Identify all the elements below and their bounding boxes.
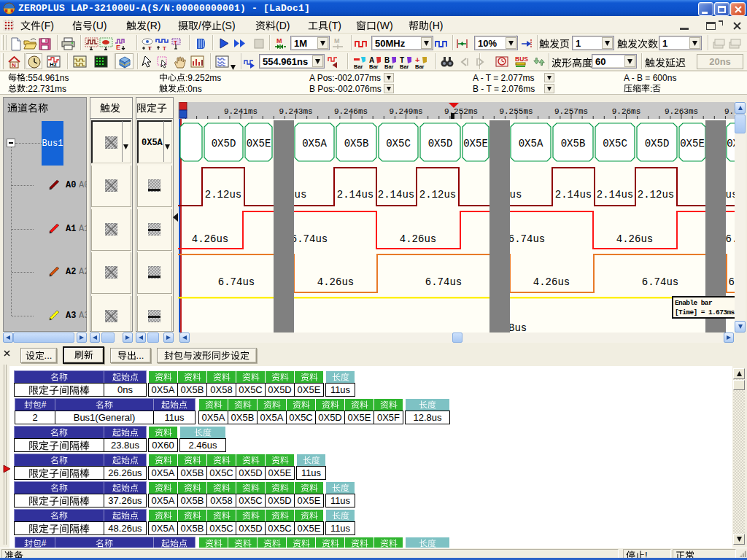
svg-text:BUS: BUS [515,55,528,63]
svg-text:us: us [295,189,307,201]
svg-text:0X5A: 0X5A [519,138,543,149]
svg-text:2.14us: 2.14us [337,189,374,201]
svg-text:9.243ms: 9.243ms [279,107,312,116]
svg-text:us: us [510,189,522,201]
svg-text:9.255ms: 9.255ms [499,107,533,116]
svg-text:2.14us: 2.14us [378,189,414,201]
svg-text:9.257ms: 9.257ms [554,107,588,116]
svg-text:M: M [334,37,340,44]
svg-text:Bar: Bar [354,63,363,69]
svg-text:0X5B: 0X5B [344,138,369,149]
svg-text:0X5E: 0X5E [680,138,705,149]
svg-text:9.241ms: 9.241ms [224,107,258,116]
svg-text:Bar: Bar [369,63,379,69]
svg-text:Bar: Bar [384,63,394,69]
svg-text:2.14us: 2.14us [597,189,633,201]
svg-text:0X5E: 0X5E [463,138,488,149]
svg-text:4.26us: 4.26us [400,233,436,245]
svg-text:6.74us: 6.74us [218,276,255,288]
svg-text:M: M [276,37,282,44]
svg-text:Bar: Bar [415,63,425,69]
svg-text:6.74us: 6.74us [508,233,545,245]
svg-text:4.26us: 4.26us [533,276,570,288]
svg-text:2.12us: 2.12us [419,189,456,201]
svg-text:6.74us: 6.74us [642,276,678,288]
svg-text:us: us [726,189,735,201]
svg-text:2.14us: 2.14us [555,189,592,201]
svg-text:0X5D: 0X5D [212,138,236,149]
svg-text:6.74us: 6.74us [291,233,328,245]
svg-text:9.26ms: 9.26ms [612,107,641,116]
svg-text:Bar: Bar [400,63,409,69]
svg-text:T: T [163,45,166,51]
svg-text:9.266: 9.266 [724,107,735,116]
svg-text:0X5C: 0X5C [386,138,411,149]
svg-text:2.12us: 2.12us [638,189,674,201]
svg-text:6.: 6. [726,233,735,245]
svg-text:Bus: Bus [508,322,527,332]
svg-text:Hz: Hz [50,61,57,68]
svg-text:9.246ms: 9.246ms [334,107,368,116]
svg-text:0X5C: 0X5C [603,138,627,149]
svg-text:6.: 6. [729,276,735,288]
svg-text:2.12us: 2.12us [205,189,241,201]
svg-text:4.26us: 4.26us [317,276,354,288]
svg-text:0X5A: 0X5A [727,138,735,149]
svg-text:0X5B: 0X5B [561,138,586,149]
svg-text:0X5E: 0X5E [247,138,271,149]
svg-text:9.263ms: 9.263ms [665,107,698,116]
svg-text:N: N [12,62,16,69]
svg-text:0X5D: 0X5D [428,138,453,149]
svg-text:9.249ms: 9.249ms [389,107,422,116]
svg-text:4.26us: 4.26us [192,233,228,245]
svg-text:E: E [116,44,120,51]
svg-text:4.26us: 4.26us [616,233,653,245]
svg-text:6.74us: 6.74us [425,276,462,288]
svg-text:0X5D: 0X5D [645,138,670,149]
svg-text:0X5A: 0X5A [302,138,327,149]
svg-text:9.252ms: 9.252ms [444,107,478,116]
svg-text:T: T [148,45,152,51]
